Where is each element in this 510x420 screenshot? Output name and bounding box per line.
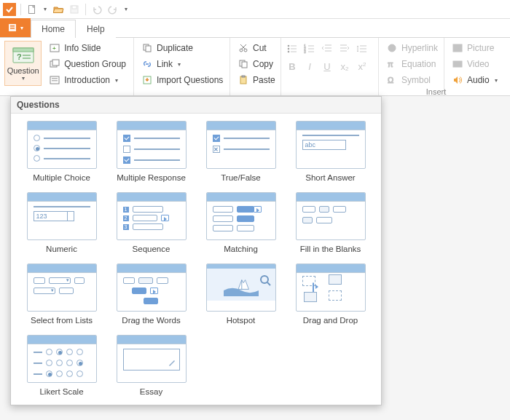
undo-icon[interactable] [90, 3, 103, 16]
open-icon[interactable] [52, 3, 65, 16]
tab-home[interactable]: Home [31, 20, 76, 38]
question-type-hotspot[interactable]: Hotspot [196, 264, 286, 325]
paste-icon [238, 74, 249, 86]
question-type-multiple-choice[interactable]: Multiple Choice [17, 121, 106, 182]
question-type-matching[interactable]: Matching [196, 192, 286, 253]
copy-label: Copy [253, 59, 273, 69]
new-file-icon[interactable] [26, 3, 39, 16]
question-type-short-answer[interactable]: abc Short Answer [286, 121, 375, 182]
ribbon: ? Question ▾ + Info Slide Question Group… [0, 38, 510, 96]
question-type-essay[interactable]: Essay [106, 335, 196, 396]
question-type-numeric[interactable]: 123 Numeric [17, 192, 106, 253]
new-file-dropdown[interactable]: ▾ [42, 6, 49, 12]
svg-rect-26 [242, 76, 245, 77]
question-type-true-false[interactable]: ✕ True/False [196, 121, 286, 182]
duplicate-button[interactable]: Duplicate [138, 41, 226, 55]
tab-help-label: Help [87, 24, 105, 34]
video-label: Video [467, 59, 489, 69]
hyperlink-button[interactable]: Hyperlink [383, 41, 441, 55]
questions-panel-title: Questions [11, 97, 381, 114]
question-type-drag-words[interactable]: Drag the Words [106, 264, 196, 325]
svg-rect-9 [23, 55, 31, 56]
question-button[interactable]: ? Question ▾ [4, 41, 42, 86]
svg-rect-17 [52, 80, 58, 82]
redo-icon[interactable] [106, 3, 119, 16]
save-icon[interactable] [68, 3, 81, 16]
link-button[interactable]: Link ▾ [138, 57, 226, 71]
svg-text:3: 3 [304, 49, 306, 54]
symbol-label: Symbol [401, 75, 431, 85]
outdent-button[interactable] [321, 42, 334, 55]
svg-rect-5 [10, 28, 15, 29]
video-icon [452, 58, 463, 70]
question-type-sequence[interactable]: 1 2 3 Sequence [106, 192, 196, 253]
video-button[interactable]: Video [449, 57, 501, 71]
line-spacing-button[interactable] [356, 42, 369, 55]
subscript-button[interactable]: x2 [338, 60, 351, 73]
bullets-button[interactable] [286, 42, 299, 55]
info-slide-label: Info Slide [64, 43, 101, 53]
copy-icon [238, 58, 249, 70]
bold-button[interactable]: B [286, 60, 299, 73]
equation-icon: π [386, 58, 398, 70]
info-slide-icon: + [49, 42, 60, 54]
link-icon [141, 58, 153, 70]
quick-access-toolbar: ▾ ▾ [0, 0, 510, 19]
underline-button[interactable]: U [321, 60, 334, 73]
svg-rect-7 [13, 48, 34, 52]
question-type-fill-blanks[interactable]: Fill in the Blanks [286, 192, 375, 253]
question-button-label: Question [7, 66, 39, 75]
copy-button[interactable]: Copy [235, 57, 278, 71]
ribbon-tabs: ▾ Home Help [0, 19, 510, 38]
svg-rect-24 [242, 62, 247, 68]
svg-point-27 [288, 45, 289, 47]
cut-button[interactable]: Cut [235, 41, 278, 55]
duplicate-icon [141, 42, 153, 54]
svg-text:Ω: Ω [388, 76, 393, 84]
info-slide-button[interactable]: + Info Slide [46, 41, 129, 55]
question-group-button[interactable]: Question Group [46, 57, 129, 71]
audio-button[interactable]: Audio ▾ [449, 73, 501, 87]
question-type-drag-drop[interactable]: Drag and Drop [286, 264, 375, 325]
superscript-button[interactable]: x2 [356, 60, 369, 73]
tab-help[interactable]: Help [76, 20, 116, 38]
svg-text:?: ? [17, 52, 22, 61]
question-type-multiple-response[interactable]: Multiple Response [106, 121, 196, 182]
svg-rect-19 [146, 46, 151, 52]
symbol-button[interactable]: Ω Symbol [383, 73, 441, 87]
question-type-select-lists[interactable]: ▾ ▾ Select from Lists [17, 264, 106, 325]
svg-text:+: + [52, 45, 56, 52]
symbol-icon: Ω [386, 74, 398, 86]
duplicate-label: Duplicate [157, 43, 193, 53]
file-tab[interactable]: ▾ [0, 18, 31, 37]
paste-button[interactable]: Paste [235, 73, 278, 87]
question-group-icon [49, 58, 60, 70]
svg-text:π: π [388, 60, 393, 68]
introduction-icon [49, 74, 60, 86]
import-questions-button[interactable]: Import Questions [138, 73, 226, 87]
equation-button[interactable]: π Equation [383, 57, 441, 71]
question-type-likert[interactable]: Likert Scale [17, 335, 106, 396]
hyperlink-icon [386, 42, 398, 54]
introduction-label: Introduction [64, 75, 110, 85]
link-label: Link [157, 59, 173, 69]
qat-customize[interactable]: ▾ [122, 6, 130, 12]
svg-point-52 [455, 46, 457, 47]
picture-label: Picture [467, 43, 494, 53]
questions-panel: Questions Multiple Choice Multiple Respo… [10, 96, 382, 405]
svg-point-29 [288, 48, 289, 49]
svg-rect-16 [52, 78, 58, 79]
indent-button[interactable] [338, 42, 351, 55]
audio-icon [452, 74, 463, 86]
cut-label: Cut [253, 43, 267, 53]
app-icon[interactable] [3, 3, 16, 16]
cut-icon [238, 42, 249, 54]
introduction-button[interactable]: Introduction ▾ [46, 73, 129, 87]
svg-rect-4 [10, 25, 15, 27]
svg-rect-14 [52, 60, 59, 66]
italic-button[interactable]: I [303, 60, 316, 73]
numbering-button[interactable]: 123 [303, 42, 316, 55]
picture-button[interactable]: Picture [449, 41, 501, 55]
import-questions-label: Import Questions [157, 75, 223, 85]
equation-label: Equation [401, 59, 436, 69]
